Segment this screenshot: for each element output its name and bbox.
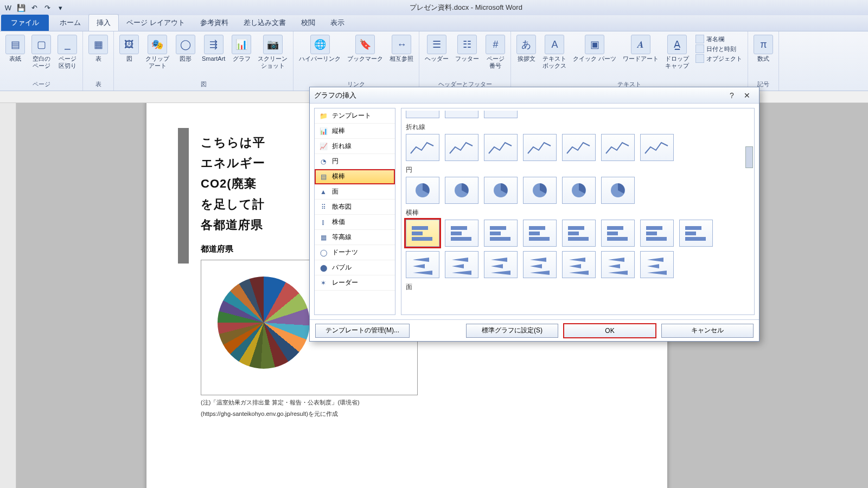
word-icon[interactable]: W — [2, 2, 14, 14]
category-bar[interactable]: ▤横棒 — [315, 169, 395, 184]
chart-thumb[interactable] — [640, 251, 674, 278]
category-doughnut[interactable]: ◯ドーナツ — [315, 245, 395, 260]
chart-thumb-peek[interactable] — [445, 111, 478, 118]
vertical-ruler — [0, 103, 16, 488]
svg-marker-41 — [530, 271, 550, 275]
chart-thumb[interactable] — [445, 251, 478, 278]
header-button[interactable]: ☰ヘッダー — [423, 34, 451, 79]
cancel-button[interactable]: キャンセル — [661, 324, 754, 338]
chart-thumb[interactable] — [523, 134, 557, 161]
category-pie[interactable]: ◔円 — [315, 154, 395, 169]
chart-thumb[interactable] — [640, 134, 674, 161]
table-button[interactable]: ▦表 — [86, 34, 110, 79]
category-stock[interactable]: ⫿株価 — [315, 215, 395, 230]
dialog-titlebar[interactable]: グラフの挿入 ? ✕ — [310, 87, 759, 104]
pagenum-button[interactable]: #ページ 番号 — [483, 34, 507, 79]
dialog-help-button[interactable]: ? — [724, 90, 739, 101]
picture-button[interactable]: 🖼図 — [117, 34, 141, 79]
tab-home[interactable]: ホーム — [52, 15, 88, 31]
tab-pagelayout[interactable]: ページ レイアウト — [119, 15, 193, 31]
chart-thumb-peek[interactable] — [406, 111, 439, 118]
category-line[interactable]: 📈折れ線 — [315, 139, 395, 154]
chart-thumb[interactable] — [640, 220, 674, 247]
chart-thumb[interactable] — [562, 177, 596, 204]
chart-thumb[interactable] — [601, 220, 635, 247]
decorative-bar — [178, 128, 189, 264]
chart-thumb[interactable] — [406, 134, 439, 161]
textbox-button[interactable]: Aテキスト ボックス — [540, 34, 569, 79]
quickparts-button[interactable]: ▣クイック パーツ — [571, 34, 618, 79]
undo-icon[interactable]: ↶ — [28, 2, 40, 14]
chart-thumb[interactable] — [484, 177, 518, 204]
bookmark-icon: 🔖 — [355, 35, 375, 54]
gallery-scrollbar[interactable] — [745, 146, 753, 168]
category-column[interactable]: 📊縦棒 — [315, 124, 395, 139]
chart-thumb[interactable] — [523, 220, 557, 247]
chart-thumb[interactable] — [406, 177, 439, 204]
chart-thumb[interactable] — [484, 251, 518, 278]
chart-thumb[interactable] — [562, 220, 596, 247]
category-bubble[interactable]: ⬤バブル — [315, 260, 395, 275]
chart-thumb[interactable] — [523, 177, 557, 204]
save-icon[interactable]: 💾 — [15, 2, 27, 14]
shapes-icon: ◯ — [176, 35, 195, 54]
shapes-button[interactable]: ◯図形 — [174, 34, 197, 79]
tab-references[interactable]: 参考資料 — [193, 15, 236, 31]
svg-rect-10 — [451, 232, 462, 235]
category-surface[interactable]: ▦等高線 — [315, 230, 395, 245]
dialog-close-button[interactable]: ✕ — [739, 90, 755, 101]
signature-line-button[interactable]: 署名欄 — [695, 35, 742, 43]
chart-thumb[interactable] — [601, 134, 635, 161]
clipart-button[interactable]: 🎭クリップ アート — [143, 34, 171, 79]
wordart-button[interactable]: 𝑨ワードアート — [621, 34, 661, 79]
chart-thumb[interactable] — [601, 177, 635, 204]
category-radar[interactable]: ✶レーダー — [315, 275, 395, 291]
chart-thumb[interactable] — [679, 220, 713, 247]
hyperlink-button[interactable]: 🌐ハイパーリンク — [297, 34, 343, 79]
chart-gallery[interactable]: 折れ線 円 横棒 面 — [401, 108, 755, 315]
chart-button[interactable]: 📊グラフ — [229, 34, 253, 79]
chart-thumb[interactable] — [406, 251, 439, 278]
bookmark-button[interactable]: 🔖ブックマーク — [345, 34, 385, 79]
chart-thumb[interactable] — [445, 220, 478, 247]
tab-file[interactable]: ファイル — [1, 15, 49, 31]
chart-thumb-peek[interactable] — [484, 111, 518, 118]
ok-button[interactable]: OK — [564, 324, 656, 338]
header-icon: ☰ — [427, 35, 446, 54]
tab-mailings[interactable]: 差し込み文書 — [236, 15, 293, 31]
screenshot-button[interactable]: 📷スクリーン ショット — [256, 34, 290, 79]
set-default-chart-button[interactable]: 標準グラフに設定(S) — [466, 324, 558, 338]
page-break-button[interactable]: ⎯ページ 区切り — [55, 34, 79, 79]
dropcap-button[interactable]: A̲ドロップ キャップ — [663, 34, 691, 79]
category-scatter[interactable]: ⠿散布図 — [315, 200, 395, 215]
greeting-button[interactable]: あ挨拶文 — [514, 34, 538, 79]
crossref-button[interactable]: ↔相互参照 — [387, 34, 416, 79]
manage-templates-button[interactable]: テンプレートの管理(M)... — [315, 324, 410, 338]
chart-thumb[interactable] — [445, 177, 478, 204]
smartart-button[interactable]: ⇶SmartArt — [200, 34, 227, 79]
datetime-button[interactable]: 日付と時刻 — [695, 44, 742, 53]
chart-thumb[interactable] — [445, 134, 478, 161]
tab-review[interactable]: 校閲 — [293, 15, 323, 31]
qat-more-icon[interactable]: ▾ — [54, 2, 66, 14]
tab-insert[interactable]: 挿入 — [88, 14, 119, 31]
chart-thumb[interactable] — [601, 251, 635, 278]
redo-icon[interactable]: ↷ — [41, 2, 53, 14]
object-button[interactable]: オブジェクト — [695, 54, 742, 63]
category-area[interactable]: ▲面 — [315, 184, 395, 200]
group-pages-label: ページ — [3, 79, 79, 89]
chart-thumb[interactable] — [406, 220, 439, 247]
cover-page-button[interactable]: ▤表紙 — [3, 34, 27, 79]
chart-thumb[interactable] — [562, 134, 596, 161]
equation-button[interactable]: π数式 — [751, 34, 775, 79]
chart-thumb[interactable] — [562, 251, 596, 278]
category-templates[interactable]: 📁テンプレート — [315, 108, 395, 124]
footer-button[interactable]: ☷フッター — [453, 34, 481, 79]
chart-thumb[interactable] — [523, 251, 557, 278]
chart-category-list[interactable]: 📁テンプレート📊縦棒📈折れ線◔円▤横棒▲面⠿散布図⫿株価▦等高線◯ドーナツ⬤バブ… — [314, 108, 395, 315]
chart-thumb[interactable] — [484, 220, 518, 247]
tab-view[interactable]: 表示 — [323, 15, 352, 31]
chart-thumb[interactable] — [484, 134, 518, 161]
blank-page-button[interactable]: ▢空白の ページ — [29, 34, 53, 79]
svg-rect-12 — [490, 226, 506, 230]
